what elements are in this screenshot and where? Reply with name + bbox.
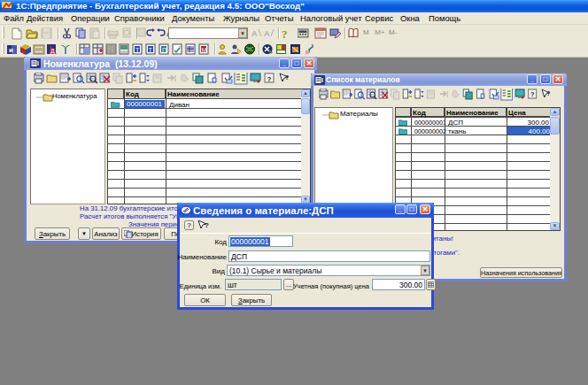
svg-text:и: и	[9, 46, 13, 54]
svg-text:А: А	[264, 29, 270, 38]
svg-text:П: П	[162, 47, 166, 53]
svg-text:А: А	[251, 29, 258, 38]
svg-text:T: T	[135, 47, 140, 53]
svg-text:?: ?	[285, 74, 289, 81]
svg-text:Т: Т	[149, 47, 153, 53]
svg-text:?: ?	[267, 75, 272, 83]
svg-text:Д: Д	[50, 48, 55, 55]
svg-text:?: ?	[205, 221, 209, 229]
svg-text:М: М	[202, 47, 207, 53]
svg-text:?: ?	[282, 27, 288, 40]
